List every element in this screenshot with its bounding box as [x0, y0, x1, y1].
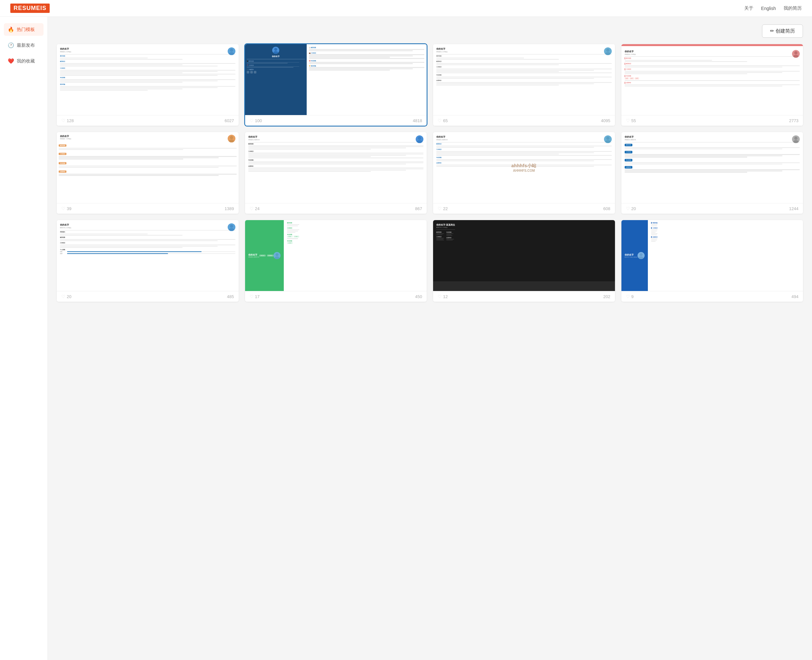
like-count-8: ♡ 20 [626, 206, 636, 211]
template-card-9[interactable]: 你的名字 联系方式 | 工作地点 求职意向 教育背景 [57, 220, 238, 301]
heart-icon-6: ♡ [249, 206, 254, 211]
heart-icon-8: ♡ [626, 206, 630, 211]
view-count-8: 1244 [789, 206, 798, 211]
heart-icon-2: ♡ [249, 118, 254, 123]
svg-point-17 [229, 228, 234, 231]
heart-icon-12: ♡ [626, 294, 630, 299]
view-count-5: 1389 [225, 206, 234, 211]
like-count-10: ♡ 17 [249, 294, 260, 299]
sidebar-label-favorites: 我的收藏 [17, 58, 35, 64]
template-card-1[interactable]: 你的名字 求职意向 | 工作地点 基本信息 教育经历 [57, 44, 238, 126]
template-stats-2: ♡ 100 4818 [245, 115, 427, 126]
template-stats-7: ♡ 22 608 [433, 203, 615, 214]
layout: 🔥 热门模板 🕐 最新发布 ❤️ 我的收藏 ✏ 创建简历 [0, 17, 812, 660]
heart-icon: ❤️ [8, 58, 14, 64]
template-stats-3: ♡ 65 4095 [433, 115, 615, 126]
like-count-5: ♡ 39 [61, 206, 71, 211]
heart-icon-9: ♡ [61, 294, 65, 299]
like-count-2: ♡ 100 [249, 118, 262, 123]
template-grid-section: 你的名字 求职意向 | 工作地点 基本信息 教育经历 [57, 44, 803, 301]
create-resume-button[interactable]: ✏ 创建简历 [762, 24, 803, 38]
svg-point-20 [640, 253, 643, 256]
heart-icon-7: ♡ [438, 206, 442, 211]
like-count-11: ♡ 12 [438, 294, 448, 299]
template-stats-4: ♡ 55 2773 [621, 115, 803, 126]
svg-point-5 [605, 52, 610, 55]
template-stats-6: ♡ 24 867 [245, 203, 427, 214]
svg-point-10 [418, 136, 421, 140]
svg-point-12 [606, 136, 610, 140]
heart-icon-5: ♡ [61, 206, 65, 211]
svg-point-16 [230, 225, 233, 228]
template-card-5[interactable]: 你的名字 求职意向 · 工作地点 教育背景 工作经历 [57, 132, 238, 214]
template-card-10[interactable]: 你的名字 求职意向 | 联系方式 求职意向 期望薪资 [245, 220, 427, 301]
svg-point-19 [275, 257, 280, 259]
svg-point-8 [230, 136, 233, 139]
main-content: ✏ 创建简历 你的名字 求职意向 | 工作地点 [48, 17, 812, 660]
template-card-4[interactable]: 你的名字 求职意向 | 工作地点 基本信息 教育经历 [621, 44, 803, 126]
like-count-7: ♡ 22 [438, 206, 448, 211]
sidebar: 🔥 热门模板 🕐 最新发布 ❤️ 我的收藏 [0, 17, 48, 660]
like-count-3: ♡ 65 [438, 118, 448, 123]
svg-point-6 [794, 51, 798, 54]
heart-icon-3: ♡ [438, 118, 442, 123]
like-count-12: ♡ 9 [626, 294, 634, 299]
template-stats-10: ♡ 17 450 [245, 291, 427, 301]
nav-my-resume[interactable]: 我的简历 [783, 5, 802, 11]
svg-point-14 [794, 136, 798, 140]
logo[interactable]: RESUMEIS [10, 3, 50, 13]
sidebar-item-hot[interactable]: 🔥 热门模板 [4, 23, 43, 36]
template-card-7[interactable]: 你的名字 求职意向 | 联系方式 教育经历 工作经历 [433, 132, 615, 214]
sidebar-label-hot: 热门模板 [17, 27, 35, 33]
heart-icon-10: ♡ [249, 294, 254, 299]
view-count-11: 202 [603, 294, 610, 299]
template-grid-row-3: 你的名字 联系方式 | 工作地点 求职意向 教育背景 [57, 220, 803, 301]
clock-icon: 🕐 [8, 42, 14, 48]
svg-point-2 [275, 48, 277, 51]
view-count-6: 867 [415, 206, 422, 211]
view-count-12: 494 [791, 294, 798, 299]
template-card-12[interactable]: 你的名字 联系方式 | 工作地点 | 求职意向 管理经验 工作经历 [621, 220, 803, 301]
fire-icon: 🔥 [8, 27, 14, 33]
template-card-2[interactable]: 你的名字 📱 基本信息 📍 工作经历 🎵 兴趣爱好 [245, 44, 427, 126]
template-grid-row-2: 你的名字 求职意向 · 工作地点 教育背景 工作经历 [57, 132, 803, 214]
svg-point-3 [273, 51, 278, 54]
template-stats-8: ♡ 20 1244 [621, 203, 803, 214]
heart-icon-1: ♡ [61, 118, 65, 123]
template-card-11[interactable]: 你的名字·某某岗位 联系方式 | 工作地点 教育背景 工作经历 [433, 220, 615, 301]
view-count-1: 6027 [225, 118, 234, 123]
sidebar-item-favorites[interactable]: ❤️ 我的收藏 [4, 55, 43, 67]
template-stats-5: ♡ 39 1389 [57, 203, 238, 214]
view-count-3: 4095 [601, 118, 610, 123]
sidebar-item-latest[interactable]: 🕐 最新发布 [4, 39, 43, 52]
heart-icon-4: ♡ [626, 118, 630, 123]
template-stats-9: ♡ 20 485 [57, 291, 238, 301]
template-stats-12: ♡ 9 494 [621, 291, 803, 301]
like-count-9: ♡ 20 [61, 294, 71, 299]
svg-point-4 [606, 49, 610, 52]
svg-point-9 [229, 140, 234, 143]
svg-point-1 [229, 52, 234, 55]
template-card-3[interactable]: 你的名字 求职意向 | 工作地点 基本信息 教育经历 [433, 44, 615, 126]
svg-point-15 [793, 140, 798, 143]
like-count-6: ♡ 24 [249, 206, 260, 211]
heart-icon-11: ♡ [438, 294, 442, 299]
like-count-4: ♡ 55 [626, 118, 636, 123]
header: RESUMEIS 关于 English 我的简历 [0, 0, 812, 17]
view-count-9: 485 [227, 294, 234, 299]
template-grid-row-1: 你的名字 求职意向 | 工作地点 基本信息 教育经历 [57, 44, 803, 126]
template-card-8[interactable]: 你的名字 求职意向 | 联系方式 教育背景 工作经历 [621, 132, 803, 214]
view-count-10: 450 [415, 294, 422, 299]
template-stats-1: ♡ 128 6027 [57, 115, 238, 126]
svg-point-0 [230, 49, 233, 52]
like-count-1: ♡ 128 [61, 118, 74, 123]
svg-point-21 [639, 257, 644, 259]
template-card-6[interactable]: 你的名字 求职意向 | 联系方式 教育背景 工作经历 [245, 132, 427, 214]
view-count-7: 608 [603, 206, 610, 211]
nav-english[interactable]: English [761, 6, 776, 11]
template-stats-11: ♡ 12 202 [433, 291, 615, 301]
svg-point-13 [605, 140, 610, 143]
nav-about[interactable]: 关于 [744, 5, 753, 11]
svg-point-18 [276, 253, 279, 256]
svg-point-11 [417, 140, 422, 143]
